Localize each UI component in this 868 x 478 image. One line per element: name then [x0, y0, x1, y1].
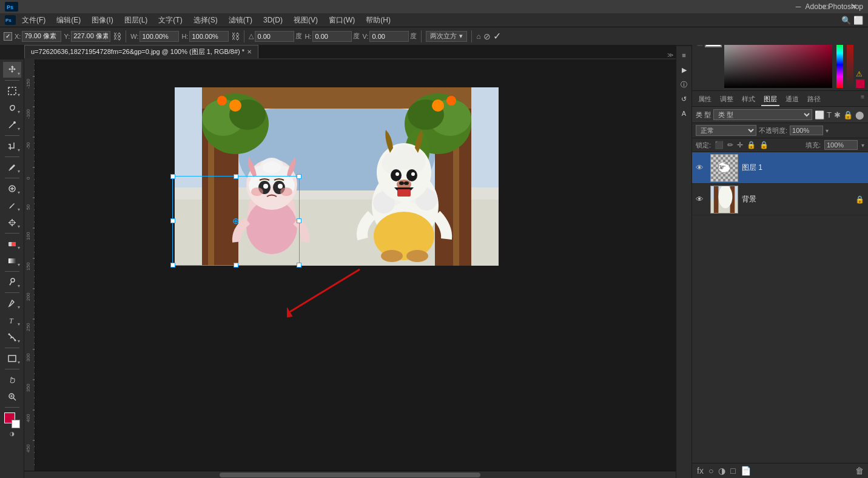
h2-input[interactable]	[312, 31, 352, 42]
document-tab[interactable]: u=72620636,18271954728fm=26&gp=0.jpg @ 1…	[24, 45, 258, 58]
opacity-expand-icon[interactable]: ▾	[826, 127, 829, 134]
info-icon[interactable]: ⓘ	[678, 78, 691, 91]
filter-adjust-icon[interactable]: T	[827, 110, 832, 120]
tool-move[interactable]: ▾	[3, 62, 21, 78]
layer-row-bg[interactable]: 👁 背景 🔒	[692, 184, 868, 215]
tool-clone[interactable]: ▾	[3, 215, 21, 231]
add-fx-icon[interactable]: fx	[697, 466, 704, 476]
v-input[interactable]	[369, 31, 409, 42]
add-mask-icon[interactable]: ○	[708, 466, 713, 476]
actions-icon[interactable]: A	[678, 107, 691, 120]
new-fill-icon[interactable]: ◑	[718, 466, 725, 476]
canvas-document[interactable]: ⊕	[35, 57, 676, 478]
minimize-button[interactable]: ─	[784, 0, 812, 13]
layer-visibility-icon-bg[interactable]: 👁	[696, 195, 707, 204]
tab-channels[interactable]: 通道	[783, 93, 801, 106]
menu-image[interactable]: 图像(I)	[87, 14, 118, 27]
panel-collapse-icon[interactable]: ≫	[667, 52, 676, 58]
blend-opacity-bar: 正常 溶解 变暗 不透明度: ▾	[692, 123, 868, 138]
chain-xy-icon[interactable]: ⛓	[113, 32, 121, 41]
tool-dodge[interactable]: ▾	[3, 274, 21, 290]
background-color-swatch[interactable]	[12, 420, 20, 428]
tool-hand[interactable]	[3, 372, 21, 388]
tool-magic-wand[interactable]: ▾	[3, 117, 21, 133]
menu-file[interactable]: 文件(F)	[17, 14, 50, 27]
svg-text:Ps: Ps	[7, 4, 13, 10]
panel-menu-icon[interactable]: ≡	[678, 49, 691, 62]
canvas-image-container: ⊕	[175, 87, 499, 266]
tool-healing[interactable]: ▾	[3, 181, 21, 197]
menu-help[interactable]: 帮助(H)	[361, 14, 395, 27]
tool-gradient[interactable]: ▾	[3, 253, 21, 269]
menu-edit[interactable]: 编辑(E)	[52, 14, 86, 27]
close-button[interactable]: ✕	[840, 0, 868, 13]
maximize-button[interactable]: □	[812, 0, 840, 13]
tool-path-select[interactable]: ▾	[3, 329, 21, 345]
angle-input[interactable]	[255, 31, 294, 42]
blend-mode-dropdown[interactable]: 正常 溶解 变暗	[696, 125, 756, 136]
scroll-thumb[interactable]	[220, 473, 480, 477]
menu-text[interactable]: 文字(T)	[153, 14, 187, 27]
filter-shape-icon[interactable]: 🔒	[843, 110, 853, 120]
tab-adjustments[interactable]: 调整	[718, 93, 736, 106]
interpolation-dropdown[interactable]: 两次立方 ▾	[426, 31, 467, 42]
menu-select[interactable]: 选择(S)	[189, 14, 223, 27]
chain-wh-icon[interactable]: ⛓	[231, 32, 240, 41]
filter-type-dropdown[interactable]: 类 型 名称 效果	[713, 109, 812, 120]
tool-zoom[interactable]	[3, 389, 21, 405]
y-input[interactable]	[71, 31, 110, 42]
lock-all-icon[interactable]: 🔒	[759, 141, 769, 149]
delete-layer-icon[interactable]: 🗑	[855, 466, 864, 476]
lock-transparent-icon[interactable]: ⬛	[715, 141, 724, 149]
lock-position-icon[interactable]: ✛	[737, 141, 743, 149]
tool-pen[interactable]: ▾	[3, 295, 21, 311]
tool-brush[interactable]: ▾	[3, 198, 21, 214]
fg-bg-color-switcher[interactable]	[4, 412, 20, 428]
lock-paint-icon[interactable]: ✏	[727, 141, 733, 149]
h-input[interactable]	[189, 31, 229, 42]
menu-3d[interactable]: 3D(D)	[258, 15, 288, 25]
menu-layer[interactable]: 图层(L)	[119, 14, 153, 27]
menu-filter[interactable]: 滤镜(T)	[224, 14, 257, 27]
search-icon[interactable]: 🔍	[841, 16, 851, 25]
tab-close-icon[interactable]: ✕	[247, 49, 252, 55]
quick-mask-icon[interactable]: ◑	[10, 431, 15, 437]
new-group-icon[interactable]: □	[730, 466, 735, 476]
tab-paths[interactable]: 路径	[805, 93, 823, 106]
tool-selection[interactable]: ▾	[3, 83, 21, 99]
confirm-icon[interactable]: ✓	[493, 30, 501, 42]
tab-layers[interactable]: 图层	[761, 93, 779, 106]
filter-text-icon[interactable]: ✱	[834, 110, 841, 120]
tool-eyedropper[interactable]: ▾	[3, 160, 21, 175]
tab-bar: u=72620636,18271954728fm=26&gp=0.jpg @ 1…	[24, 45, 676, 59]
panel-menu-btn[interactable]: ≡	[861, 93, 864, 106]
warp-icon[interactable]: ⌂	[476, 32, 480, 41]
layer-row-1[interactable]: 👁 🐑 图层 1	[692, 152, 868, 184]
expand-icon[interactable]: ▶	[678, 63, 691, 76]
fill-expand-icon[interactable]: ▾	[861, 142, 864, 149]
layer-visibility-icon-1[interactable]: 👁	[696, 163, 707, 172]
opacity-input[interactable]	[790, 126, 823, 135]
filter-pixel-icon[interactable]: ⬜	[815, 110, 824, 120]
tab-styles[interactable]: 样式	[739, 93, 758, 106]
menu-view[interactable]: 视图(V)	[289, 14, 323, 27]
x-input[interactable]	[22, 31, 61, 42]
tool-crop[interactable]: ▾	[3, 138, 21, 154]
fill-input[interactable]	[824, 140, 858, 150]
menu-window[interactable]: 窗口(W)	[324, 14, 360, 27]
tab-properties[interactable]: 属性	[696, 93, 714, 106]
no-icon[interactable]: ⊘	[483, 32, 491, 41]
history-icon[interactable]: ↺	[678, 92, 691, 106]
gamut-swatch[interactable]	[856, 79, 864, 88]
tool-type[interactable]: T ▾	[3, 312, 21, 328]
tool-rectangle[interactable]: ▾	[3, 351, 21, 366]
tool-lasso[interactable]: ▾	[3, 100, 21, 116]
checkbox-icon[interactable]	[4, 32, 12, 41]
filter-smart-icon[interactable]: ⬤	[855, 110, 864, 120]
lock-artboard-icon[interactable]: 🔒	[747, 141, 756, 149]
horizontal-scrollbar[interactable]	[24, 471, 676, 478]
layout-icon[interactable]: ⬜	[853, 16, 863, 25]
w-input[interactable]	[140, 31, 179, 42]
new-layer-icon[interactable]: 📄	[741, 466, 751, 476]
tool-eraser[interactable]: ▾	[3, 236, 21, 252]
